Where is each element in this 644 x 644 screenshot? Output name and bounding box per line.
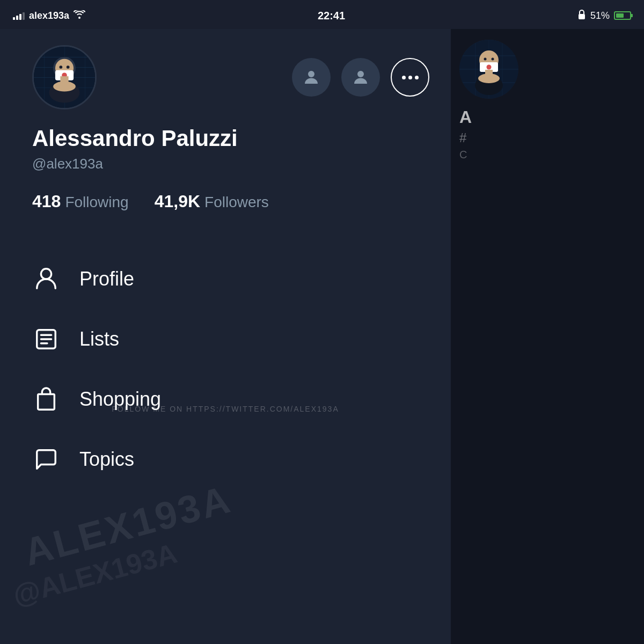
menu-label-shopping: Shopping	[79, 388, 161, 411]
more-options-button[interactable]	[391, 58, 429, 97]
status-bar: alex193a 22:41 51%	[0, 0, 644, 29]
peek-avatar	[459, 40, 518, 99]
following-stat[interactable]: 418 Following	[32, 192, 129, 211]
menu-label-profile: Profile	[79, 268, 134, 290]
status-right: 51%	[577, 9, 631, 23]
menu-item-lists[interactable]: Lists	[21, 309, 429, 369]
svg-point-35	[492, 58, 494, 61]
svg-point-20	[357, 71, 364, 77]
lock-icon	[577, 9, 586, 23]
user-name: Alessandro Paluzzi	[32, 126, 429, 151]
svg-rect-7	[44, 47, 45, 108]
menu-item-profile[interactable]: Profile	[21, 249, 429, 309]
watermark-1: ALEX193A	[19, 477, 236, 574]
wifi-icon	[74, 10, 85, 21]
status-left: alex193a	[13, 10, 85, 21]
svg-rect-9	[85, 47, 85, 108]
profile-header: Alessandro Paluzzi @alex193a 418 Followi…	[0, 29, 451, 249]
signal-bars-icon	[13, 11, 25, 20]
battery-icon	[614, 11, 631, 20]
main-layout: ALEX193A @ALEX193A FOLLOW ME ON HTTPS://…	[0, 29, 644, 644]
menu-label-topics: Topics	[79, 448, 134, 471]
dot-1	[402, 76, 406, 79]
peek-letter-a: A	[459, 107, 635, 127]
following-label: Following	[65, 194, 128, 211]
followers-label: Followers	[204, 194, 269, 211]
person-icon	[32, 265, 60, 293]
svg-point-37	[487, 65, 492, 70]
shopping-icon	[32, 385, 60, 413]
topics-icon	[32, 445, 60, 473]
right-panel-content: A # C	[451, 29, 644, 172]
svg-point-12	[60, 65, 63, 69]
carrier-label: alex193a	[29, 10, 69, 21]
add-friend-button-2[interactable]	[341, 58, 380, 97]
watermark-2: @ALEX193A	[10, 537, 181, 611]
stats-row: 418 Following 41,9K Followers	[32, 192, 429, 211]
svg-rect-0	[579, 14, 585, 19]
svg-point-13	[67, 65, 70, 69]
followers-stat[interactable]: 41,9K Followers	[155, 192, 269, 211]
lists-icon	[32, 325, 60, 353]
svg-point-34	[484, 58, 487, 61]
svg-point-19	[308, 71, 314, 77]
profile-top-row	[32, 45, 429, 109]
top-icons-row	[292, 58, 429, 97]
menu-list: Profile Lists	[0, 249, 451, 489]
drawer-panel: ALEX193A @ALEX193A FOLLOW ME ON HTTPS://…	[0, 29, 451, 644]
dot-3	[415, 76, 419, 79]
avatar[interactable]	[32, 45, 97, 109]
battery-percent: 51%	[590, 10, 610, 21]
clock: 22:41	[318, 10, 345, 22]
dot-2	[408, 76, 412, 79]
menu-item-shopping[interactable]: Shopping	[21, 369, 429, 429]
menu-label-lists: Lists	[79, 328, 119, 350]
svg-rect-25	[38, 394, 55, 409]
right-panel: A # C	[451, 29, 644, 644]
peek-bottom-letter: C	[459, 149, 635, 161]
menu-item-topics[interactable]: Topics	[21, 429, 429, 489]
peek-hash: #	[459, 130, 635, 145]
user-handle: @alex193a	[32, 156, 429, 172]
following-count: 418	[32, 192, 61, 211]
svg-point-18	[53, 82, 76, 92]
followers-count: 41,9K	[155, 192, 200, 211]
svg-point-40	[478, 74, 500, 83]
add-friend-button-1[interactable]	[292, 58, 331, 97]
